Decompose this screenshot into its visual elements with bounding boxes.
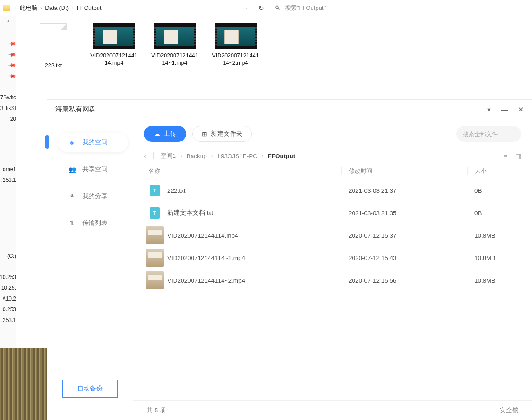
minimize-button[interactable]: — <box>501 106 508 113</box>
tree-label[interactable]: 10.25: <box>1 285 16 291</box>
security-lock[interactable]: 安全锁 <box>500 407 519 415</box>
explorer-file-item[interactable]: 222.txt <box>30 23 77 69</box>
group-icon: 👥 <box>68 165 76 173</box>
sidebar-item-share[interactable]: ⚘我的分享 <box>58 186 128 206</box>
close-button[interactable]: ✕ <box>518 106 524 114</box>
file-size: 10.8MB <box>467 232 521 239</box>
file-time: 2021-03-03 21:35 <box>341 210 467 217</box>
video-file-icon <box>215 23 257 49</box>
dropdown-icon[interactable]: ▼ <box>487 107 492 112</box>
file-name: VID20200712144114.mp4 <box>90 52 138 67</box>
address-box[interactable]: › 此电脑 › Data (D:) › FFOutput ⌄ <box>0 0 253 16</box>
shield-icon: ◈ <box>68 138 76 146</box>
list-view-icon[interactable]: ≡ <box>504 152 507 159</box>
file-time: 2020-07-12 15:43 <box>341 255 467 261</box>
pin-icon: 📌 <box>8 61 17 70</box>
address-dropdown-icon[interactable]: ⌄ <box>242 5 253 10</box>
cloud-titlebar[interactable]: 海康私有网盘 ▼ — ✕ <box>47 100 532 119</box>
table-header: 名称 ↑ 修改时间 大小 <box>133 163 532 179</box>
new-folder-button[interactable]: ⊞ 新建文件夹 <box>192 126 252 142</box>
item-count: 共 5 项 <box>147 407 166 415</box>
tree-label[interactable]: ome1 <box>3 166 16 172</box>
sidebar-item-shield[interactable]: ◈我的空间 <box>58 133 128 152</box>
video-thumbnail-icon <box>146 271 164 289</box>
chevron-right-icon: › <box>262 153 264 159</box>
explorer-search-box[interactable]: 🔍︎ <box>269 4 532 11</box>
auto-backup-button[interactable]: 自动备份 <box>62 380 118 398</box>
tree-label[interactable]: .253.1 <box>1 317 16 323</box>
chevron-right-icon: › <box>211 153 213 159</box>
tree-label[interactable]: 10.253 <box>0 274 16 280</box>
tree-label[interactable]: 3HikSt <box>0 105 16 111</box>
scroll-up-icon[interactable]: ▴ <box>0 18 16 23</box>
desktop-wallpaper <box>0 348 47 420</box>
upload-button[interactable]: ☁ 上传 <box>144 126 186 142</box>
file-row[interactable]: VID20200712144114~1.mp42020-07-12 15:431… <box>133 247 532 269</box>
file-name: VID20200712144114~1.mp4 <box>164 255 341 261</box>
cloud-sidebar: ◈我的空间👥共享空间⚘我的分享⇅传输列表 自动备份 <box>47 119 133 420</box>
sidebar-item-label: 我的空间 <box>82 138 107 146</box>
video-file-icon <box>93 23 135 49</box>
file-row[interactable]: 新建文本文档.txt2021-03-03 21:350B <box>133 202 532 224</box>
breadcrumb-part[interactable]: Backup <box>187 153 207 159</box>
column-time[interactable]: 修改时间 <box>341 167 467 175</box>
file-name: VID20200712144114~1.mp4 <box>151 52 198 67</box>
sidebar-item-transfer[interactable]: ⇅传输列表 <box>58 213 128 233</box>
chevron-right-icon: › <box>13 5 19 11</box>
tree-label[interactable]: \\10.2 <box>3 296 16 302</box>
cloud-breadcrumb: ‹ 空间1 › Backup › L93OJS1E-PC › FFOutput … <box>133 149 532 163</box>
tree-label[interactable]: (C:) <box>7 253 16 259</box>
refresh-button[interactable]: ↻ <box>253 0 269 16</box>
transfer-icon: ⇅ <box>68 219 76 227</box>
cloud-search-box[interactable]: 🔍︎ <box>456 126 521 142</box>
tree-label[interactable]: 7Switc <box>0 94 16 101</box>
share-icon: ⚘ <box>68 192 76 200</box>
explorer-search-input[interactable] <box>285 4 532 11</box>
file-row[interactable]: VID20200712144114.mp42020-07-12 15:3710.… <box>133 224 532 247</box>
column-size[interactable]: 大小 <box>467 167 521 175</box>
tree-label[interactable]: 20 <box>10 116 16 122</box>
text-file-icon <box>146 204 164 222</box>
file-time: 2020-07-12 15:56 <box>341 277 467 284</box>
new-folder-label: 新建文件夹 <box>211 130 242 138</box>
cloud-search-input[interactable] <box>463 131 532 137</box>
file-size: 10.8MB <box>467 255 521 261</box>
separator <box>153 152 154 159</box>
sidebar-indicator <box>45 135 49 149</box>
cloud-file-list: 222.txt2021-03-03 21:370B新建文本文档.txt2021-… <box>133 179 532 400</box>
breadcrumb-part[interactable]: FFOutput <box>76 4 103 11</box>
pin-icon: 📌 <box>8 71 17 81</box>
new-folder-icon: ⊞ <box>202 130 207 137</box>
cloud-main: ☁ 上传 ⊞ 新建文件夹 🔍︎ ‹ 空间1 › Backup › <box>133 119 532 420</box>
file-row[interactable]: VID20200712144114~2.mp42020-07-12 15:561… <box>133 269 532 292</box>
sidebar-item-label: 我的分享 <box>82 192 107 200</box>
file-time: 2020-07-12 15:37 <box>341 232 467 239</box>
sidebar-item-group[interactable]: 👥共享空间 <box>58 159 128 179</box>
pin-icon: 📌 <box>8 39 17 49</box>
chevron-right-icon: › <box>180 153 182 159</box>
explorer-file-item[interactable]: VID20200712144114.mp4 <box>90 23 138 67</box>
breadcrumb-part[interactable]: Data (D:) <box>44 4 70 11</box>
text-file-icon <box>146 181 164 199</box>
column-name[interactable]: 名称 ↑ <box>148 167 341 175</box>
file-row[interactable]: 222.txt2021-03-03 21:370B <box>133 179 532 202</box>
view-controls: ≡ ▦ <box>504 152 521 159</box>
tree-label[interactable]: .253.1 <box>1 177 16 183</box>
breadcrumb-part[interactable]: L93OJS1E-PC <box>217 153 257 159</box>
explorer-file-item[interactable]: VID20200712144114~2.mp4 <box>212 23 259 67</box>
breadcrumb-current: FFOutput <box>268 153 295 159</box>
grid-view-icon[interactable]: ▦ <box>515 152 521 159</box>
file-name: 222.txt <box>30 62 77 69</box>
explorer-address-bar: › 此电脑 › Data (D:) › FFOutput ⌄ ↻ 🔍︎ <box>0 0 532 16</box>
explorer-file-item[interactable]: VID20200712144114~1.mp4 <box>151 23 198 67</box>
chevron-right-icon: › <box>70 5 76 11</box>
back-button[interactable]: ‹ <box>144 153 149 159</box>
upload-icon: ☁ <box>154 130 160 137</box>
tree-label[interactable]: 0.253 <box>3 306 16 313</box>
folder-icon <box>3 5 10 11</box>
file-name: VID20200712144114.mp4 <box>164 232 341 239</box>
breadcrumb-part[interactable]: 此电脑 <box>19 4 38 12</box>
upload-label: 上传 <box>164 130 176 138</box>
breadcrumb-part[interactable]: 空间1 <box>160 152 176 160</box>
video-file-icon <box>154 23 196 49</box>
